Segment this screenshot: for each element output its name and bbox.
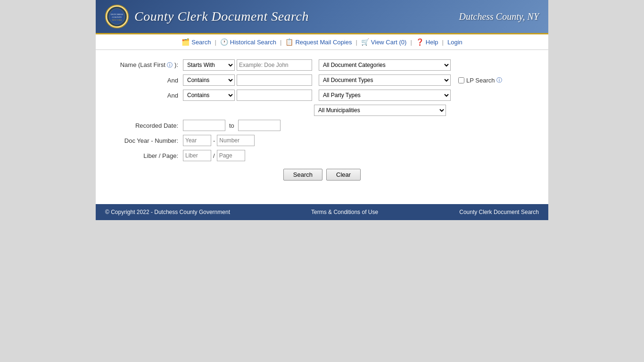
and-text-input-1[interactable] bbox=[237, 74, 312, 86]
footer-terms-link[interactable]: Terms & Conditions of Use bbox=[311, 209, 378, 215]
nav-help-link[interactable]: Help bbox=[426, 39, 438, 46]
and-match-select-2[interactable]: Contains Starts With Exact bbox=[183, 90, 235, 101]
and-row-1: And Contains Starts With Exact All Docum… bbox=[110, 74, 534, 86]
nav-sep-4: | bbox=[410, 39, 412, 46]
nav-sep-2: | bbox=[280, 39, 281, 46]
name-text-input[interactable] bbox=[237, 59, 312, 71]
historical-nav-icon: 🕐 bbox=[220, 38, 228, 46]
nav-mail-copies-link[interactable]: Request Mail Copies bbox=[295, 39, 352, 46]
docyear-dash: - bbox=[213, 137, 215, 144]
county-name: Dutchess County, NY bbox=[459, 11, 539, 22]
mail-nav-icon: 📋 bbox=[285, 38, 293, 46]
cart-nav-icon: 🛒 bbox=[361, 38, 369, 46]
and-row-2: And Contains Starts With Exact All Party… bbox=[110, 90, 534, 101]
nav-historical-search-link[interactable]: Historical Search bbox=[230, 39, 276, 46]
doc-types-select[interactable]: All Document Types bbox=[319, 74, 451, 86]
nav-login-link[interactable]: Login bbox=[447, 39, 462, 46]
doc-categories-select[interactable]: All Document Categories bbox=[319, 59, 451, 71]
search-form: Name (Last First ⓘ ): Starts With Contai… bbox=[110, 59, 534, 181]
and-inputs-1: Contains Starts With Exact bbox=[183, 74, 312, 86]
party-types-select[interactable]: All Party Types bbox=[319, 90, 451, 101]
doc-number-input[interactable] bbox=[217, 135, 255, 146]
name-inputs-group: Starts With Contains Exact bbox=[183, 59, 312, 71]
svg-text:DUTCHESS: DUTCHESS bbox=[111, 13, 123, 16]
date-to-label: to bbox=[229, 122, 234, 129]
nav-sep-3: | bbox=[355, 39, 357, 46]
municipalities-group: All Municipalities bbox=[314, 105, 446, 116]
clear-button[interactable]: Clear bbox=[326, 169, 361, 181]
doc-year-label: Doc Year - Number: bbox=[110, 137, 183, 144]
and-inputs-2: Contains Starts With Exact bbox=[183, 90, 312, 101]
and-label-2: And bbox=[110, 92, 183, 99]
page-input[interactable] bbox=[217, 150, 245, 161]
page-footer: © Copyright 2022 - Dutchess County Gover… bbox=[96, 204, 548, 220]
liber-slash: / bbox=[213, 152, 215, 159]
nav-cart-link[interactable]: View Cart (0) bbox=[371, 39, 407, 46]
nav-search-link[interactable]: Search bbox=[191, 39, 211, 46]
help-nav-icon: ❓ bbox=[416, 38, 424, 46]
name-help-icon[interactable]: ⓘ bbox=[167, 62, 173, 68]
doc-category-group: All Document Categories bbox=[319, 59, 451, 71]
doc-year-input[interactable] bbox=[183, 135, 211, 146]
search-button[interactable]: Search bbox=[283, 169, 322, 181]
name-label: Name (Last First ⓘ ): bbox=[110, 61, 183, 69]
municipalities-row: All Municipalities bbox=[110, 105, 534, 116]
and-text-input-2[interactable] bbox=[237, 90, 312, 101]
date-to-input[interactable] bbox=[238, 120, 281, 131]
party-type-group: All Party Types bbox=[319, 90, 451, 101]
county-seal: DUTCHESS COUNTY NEW YORK bbox=[105, 5, 129, 28]
doc-year-row: Doc Year - Number: - bbox=[110, 135, 534, 146]
liber-input[interactable] bbox=[183, 150, 211, 161]
liber-inputs-group: / bbox=[183, 150, 245, 161]
and-match-select-1[interactable]: Contains Starts With Exact bbox=[183, 74, 235, 86]
main-content: Name (Last First ⓘ ): Starts With Contai… bbox=[96, 50, 548, 195]
page-header: DUTCHESS COUNTY NEW YORK County Clerk Do… bbox=[96, 0, 548, 34]
recorded-date-row: Recorded Date: to bbox=[110, 120, 534, 131]
date-from-input[interactable] bbox=[183, 120, 225, 131]
recorded-date-label: Recorded Date: bbox=[110, 122, 183, 129]
lp-search-label[interactable]: LP Search bbox=[466, 77, 495, 84]
date-inputs-group: to bbox=[183, 120, 281, 131]
doc-type-lp-group: All Document Types LP Search ⓘ bbox=[319, 74, 502, 86]
nav-sep-1: | bbox=[215, 39, 216, 46]
liber-label: Liber / Page: bbox=[110, 152, 183, 159]
navigation-bar: 🗂️ Search | 🕐 Historical Search | 📋 Requ… bbox=[96, 34, 548, 50]
footer-app-name: County Clerk Document Search bbox=[459, 209, 539, 215]
search-nav-icon: 🗂️ bbox=[182, 38, 190, 46]
liber-row: Liber / Page: / bbox=[110, 150, 534, 161]
svg-text:NEW YORK: NEW YORK bbox=[112, 19, 122, 21]
footer-copyright: © Copyright 2022 - Dutchess County Gover… bbox=[105, 209, 230, 215]
and-label-1: And bbox=[110, 77, 183, 84]
header-left: DUTCHESS COUNTY NEW YORK County Clerk Do… bbox=[105, 5, 309, 28]
lp-help-icon[interactable]: ⓘ bbox=[496, 76, 502, 84]
nav-sep-5: | bbox=[442, 39, 444, 46]
municipalities-select[interactable]: All Municipalities bbox=[314, 105, 446, 116]
name-row: Name (Last First ⓘ ): Starts With Contai… bbox=[110, 59, 534, 71]
lp-search-group: LP Search ⓘ bbox=[458, 76, 502, 84]
docyear-inputs-group: - bbox=[183, 135, 255, 146]
name-match-select[interactable]: Starts With Contains Exact bbox=[183, 59, 235, 71]
app-title: County Clerk Document Search bbox=[134, 9, 309, 24]
svg-text:COUNTY: COUNTY bbox=[112, 16, 122, 18]
buttons-row: Search Clear bbox=[110, 169, 534, 181]
lp-search-checkbox[interactable] bbox=[458, 77, 464, 83]
